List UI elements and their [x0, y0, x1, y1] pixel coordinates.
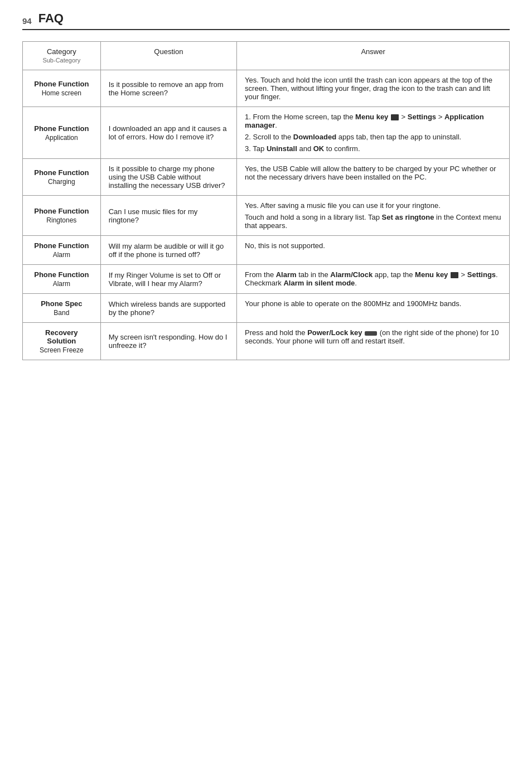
category-cell: Phone FunctionApplication — [23, 107, 101, 159]
col-category-header: Category Sub-Category — [23, 42, 101, 70]
cat-main: Phone Function — [31, 124, 93, 133]
category-cell: Phone FunctionCharging — [23, 159, 101, 196]
cat-sub: Charging — [31, 178, 93, 186]
category-cell: Phone FunctionAlarm — [23, 236, 101, 265]
answer-cell: Your phone is able to operate on the 800… — [237, 294, 510, 323]
answer-cell: From the Alarm tab in the Alarm/Clock ap… — [237, 265, 510, 294]
cat-sub: Application — [31, 134, 93, 142]
cat-main: Phone Spec — [31, 299, 93, 308]
cat-sub: Alarm — [31, 280, 93, 288]
answer-part: Yes, the USB Cable will allow the batter… — [245, 164, 501, 181]
question-text: Will my alarm be audible or will it go o… — [109, 242, 224, 259]
page-number: 94 — [22, 16, 32, 26]
question-cell: My screen isn't responding. How do I unf… — [100, 323, 236, 360]
answer-part: Touch and hold a song in a library list.… — [245, 213, 501, 230]
cat-main: Phone Function — [31, 241, 93, 250]
question-text: If my Ringer Volume is set to Off or Vib… — [109, 271, 221, 288]
answer-part: Press and hold the Power/Lock key (on th… — [245, 328, 501, 345]
col-answer-label: Answer — [361, 47, 385, 56]
category-cell: Phone FunctionHome screen — [23, 70, 101, 107]
answer-part: Yes. Touch and hold the icon until the t… — [245, 76, 501, 101]
category-cell: Recovery SolutionScreen Freeze — [23, 323, 101, 360]
answer-part: Yes. After saving a music file you can u… — [245, 201, 501, 210]
cat-sub: Screen Freeze — [31, 346, 93, 354]
table-row: Phone FunctionRingtonesCan I use music f… — [23, 196, 510, 236]
answer-cell: No, this is not supported. — [237, 236, 510, 265]
cat-main: Phone Function — [31, 270, 93, 279]
answer-part: No, this is not supported. — [245, 241, 501, 250]
cat-main: Phone Function — [31, 80, 93, 88]
col-answer-header: Answer — [237, 42, 510, 70]
question-cell: Is it possible to remove an app from the… — [100, 70, 236, 107]
question-cell: I downloaded an app and it causes a lot … — [100, 107, 236, 159]
faq-table: Category Sub-Category Question Answer Ph… — [22, 41, 510, 360]
question-text: Is it possible to remove an app from the… — [109, 80, 224, 97]
cat-sub: Home screen — [31, 89, 93, 97]
answer-cell: Press and hold the Power/Lock key (on th… — [237, 323, 510, 360]
table-row: Phone FunctionApplicationI downloaded an… — [23, 107, 510, 159]
table-row: Phone FunctionAlarmWill my alarm be audi… — [23, 236, 510, 265]
cat-main: Phone Function — [31, 207, 93, 215]
menu-icon — [451, 272, 458, 278]
table-row: Recovery SolutionScreen FreezeMy screen … — [23, 323, 510, 360]
answer-cell: Yes, the USB Cable will allow the batter… — [237, 159, 510, 196]
cat-sub: Alarm — [31, 251, 93, 259]
page-title: FAQ — [38, 11, 64, 26]
answer-part: 1. From the Home screen, tap the Menu ke… — [245, 113, 501, 129]
question-text: Is it possible to charge my phone using … — [109, 164, 225, 190]
question-text: Which wireless bands are supported by th… — [109, 300, 226, 317]
page-header: 94 FAQ — [22, 11, 510, 30]
col-question-header: Question — [100, 42, 236, 70]
question-text: Can I use music files for my ringtone? — [109, 207, 198, 224]
answer-part: 2. Scroll to the Downloaded apps tab, th… — [245, 133, 501, 141]
category-cell: Phone SpecBand — [23, 294, 101, 323]
cat-main: Phone Function — [31, 168, 93, 177]
question-text: I downloaded an app and it causes a lot … — [109, 124, 227, 141]
table-row: Phone FunctionChargingIs it possible to … — [23, 159, 510, 196]
col-question-label: Question — [154, 47, 183, 56]
table-row: Phone SpecBandWhich wireless bands are s… — [23, 294, 510, 323]
category-cell: Phone FunctionAlarm — [23, 265, 101, 294]
question-cell: Is it possible to charge my phone using … — [100, 159, 236, 196]
table-row: Phone FunctionHome screenIs it possible … — [23, 70, 510, 107]
question-cell: Can I use music files for my ringtone? — [100, 196, 236, 236]
question-cell: If my Ringer Volume is set to Off or Vib… — [100, 265, 236, 294]
col-category-sub: Sub-Category — [42, 57, 80, 64]
answer-cell: 1. From the Home screen, tap the Menu ke… — [237, 107, 510, 159]
cat-sub: Ringtones — [31, 216, 93, 224]
answer-part: Your phone is able to operate on the 800… — [245, 299, 501, 308]
table-header-row: Category Sub-Category Question Answer — [23, 42, 510, 70]
question-cell: Which wireless bands are supported by th… — [100, 294, 236, 323]
answer-cell: Yes. After saving a music file you can u… — [237, 196, 510, 236]
question-text: My screen isn't responding. How do I unf… — [109, 333, 228, 350]
answer-cell: Yes. Touch and hold the icon until the t… — [237, 70, 510, 107]
power-lock-icon — [365, 331, 377, 336]
menu-icon — [391, 114, 399, 120]
col-category-main: Category — [47, 47, 76, 56]
table-row: Phone FunctionAlarmIf my Ringer Volume i… — [23, 265, 510, 294]
answer-part: 3. Tap Uninstall and OK to confirm. — [245, 144, 501, 153]
answer-part: From the Alarm tab in the Alarm/Clock ap… — [245, 270, 501, 287]
cat-sub: Band — [31, 309, 93, 317]
question-cell: Will my alarm be audible or will it go o… — [100, 236, 236, 265]
category-cell: Phone FunctionRingtones — [23, 196, 101, 236]
cat-main: Recovery Solution — [31, 328, 93, 345]
